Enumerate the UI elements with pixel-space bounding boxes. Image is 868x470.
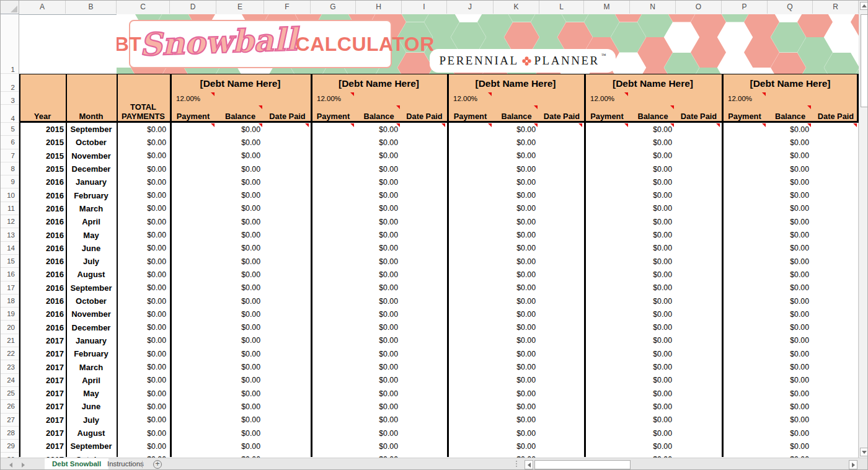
- cell-balance[interactable]: $0.00: [630, 149, 676, 162]
- sheet-nav-left-icon[interactable]: [9, 463, 12, 468]
- cell-total-payments[interactable]: $0.00: [117, 215, 170, 228]
- cell-month[interactable]: September: [66, 440, 117, 453]
- cell-balance[interactable]: $0.00: [216, 453, 264, 458]
- cell-total-payments[interactable]: $0.00: [117, 360, 170, 373]
- cell-balance[interactable]: $0.00: [630, 400, 676, 413]
- cell-balance[interactable]: $0.00: [768, 414, 813, 427]
- cell-balance[interactable]: $0.00: [768, 255, 813, 268]
- cell-total-payments[interactable]: $0.00: [117, 321, 170, 334]
- cell-total-payments[interactable]: $0.00: [117, 295, 170, 308]
- cell-balance[interactable]: $0.00: [216, 189, 264, 202]
- cell-balance[interactable]: $0.00: [494, 255, 539, 268]
- cell-balance[interactable]: $0.00: [216, 427, 264, 440]
- scroll-up-button[interactable]: [860, 2, 868, 10]
- cell-balance[interactable]: $0.00: [216, 162, 264, 175]
- column-header-A[interactable]: A: [19, 1, 66, 14]
- cell-total-payments[interactable]: $0.00: [117, 149, 170, 162]
- cell-balance[interactable]: $0.00: [216, 123, 264, 136]
- cell-month[interactable]: July: [66, 255, 117, 268]
- row-header-10[interactable]: 10: [1, 189, 19, 202]
- column-header-D[interactable]: D: [170, 1, 216, 14]
- cell-balance[interactable]: $0.00: [768, 136, 813, 149]
- column-header-J[interactable]: J: [447, 1, 494, 14]
- cell-balance[interactable]: $0.00: [356, 228, 402, 241]
- cell-balance[interactable]: $0.00: [768, 453, 813, 458]
- row-header-25[interactable]: 25: [1, 387, 19, 400]
- cell-balance[interactable]: $0.00: [630, 414, 676, 427]
- cell-balance[interactable]: $0.00: [768, 347, 813, 360]
- cell-month[interactable]: April: [66, 374, 117, 387]
- cell-balance[interactable]: $0.00: [630, 162, 676, 175]
- cell-balance[interactable]: $0.00: [216, 295, 264, 308]
- cell-balance[interactable]: $0.00: [216, 440, 264, 453]
- cell-total-payments[interactable]: $0.00: [117, 123, 170, 136]
- cell-year[interactable]: 2016: [19, 255, 66, 268]
- cell-balance[interactable]: $0.00: [494, 374, 539, 387]
- row-header-16[interactable]: 16: [1, 268, 19, 281]
- row-header-20[interactable]: 20: [1, 321, 19, 334]
- debt-name-header[interactable]: [Debt Name Here]: [447, 74, 584, 92]
- cell-balance[interactable]: $0.00: [768, 123, 813, 136]
- cell-balance[interactable]: $0.00: [494, 268, 539, 281]
- cell-year[interactable]: 2017: [19, 360, 66, 373]
- interest-rate-cell[interactable]: 12.00%: [170, 92, 216, 105]
- cell-balance[interactable]: $0.00: [356, 215, 402, 228]
- cell-total-payments[interactable]: $0.00: [117, 189, 170, 202]
- row-header-3[interactable]: 3: [1, 92, 19, 105]
- cell-year[interactable]: 2017: [19, 440, 66, 453]
- row-header-27[interactable]: 27: [1, 414, 19, 427]
- cell-balance[interactable]: $0.00: [630, 374, 676, 387]
- cell-year[interactable]: 2017: [19, 400, 66, 413]
- cell-month[interactable]: July: [66, 414, 117, 427]
- cell-balance[interactable]: $0.00: [494, 149, 539, 162]
- cell-balance[interactable]: $0.00: [494, 242, 539, 255]
- cell-total-payments[interactable]: $0.00: [117, 400, 170, 413]
- cell-month[interactable]: December: [66, 321, 117, 334]
- column-header-G[interactable]: G: [311, 1, 356, 14]
- cell-balance[interactable]: $0.00: [356, 321, 402, 334]
- cell-balance[interactable]: $0.00: [630, 387, 676, 400]
- cell-month[interactable]: November: [66, 308, 117, 321]
- cell-total-payments[interactable]: $0.00: [117, 308, 170, 321]
- debt-name-header[interactable]: [Debt Name Here]: [170, 74, 311, 92]
- column-header-Q[interactable]: Q: [768, 1, 813, 14]
- cell-month[interactable]: May: [66, 228, 117, 241]
- column-header-F[interactable]: F: [264, 1, 311, 14]
- debt-name-header[interactable]: [Debt Name Here]: [311, 74, 447, 92]
- cell-total-payments[interactable]: $0.00: [117, 414, 170, 427]
- cell-total-payments[interactable]: $0.00: [117, 175, 170, 188]
- cell-balance[interactable]: $0.00: [356, 268, 402, 281]
- cell-balance[interactable]: $0.00: [630, 347, 676, 360]
- row-header-2[interactable]: 2: [1, 74, 19, 92]
- cell-balance[interactable]: $0.00: [630, 427, 676, 440]
- cell-total-payments[interactable]: $0.00: [117, 387, 170, 400]
- cell-balance[interactable]: $0.00: [768, 308, 813, 321]
- cell-year[interactable]: 2017: [19, 387, 66, 400]
- interest-rate-cell[interactable]: 12.00%: [584, 92, 630, 105]
- cell-balance[interactable]: $0.00: [494, 228, 539, 241]
- cell-balance[interactable]: $0.00: [216, 202, 264, 215]
- cell-balance[interactable]: $0.00: [768, 387, 813, 400]
- cell-balance[interactable]: $0.00: [768, 427, 813, 440]
- cell-year[interactable]: 2016: [19, 215, 66, 228]
- cell-balance[interactable]: $0.00: [216, 268, 264, 281]
- cell-balance[interactable]: $0.00: [356, 189, 402, 202]
- cell-month[interactable]: May: [66, 387, 117, 400]
- cell-balance[interactable]: $0.00: [768, 321, 813, 334]
- cell-balance[interactable]: $0.00: [768, 440, 813, 453]
- cell-balance[interactable]: $0.00: [768, 202, 813, 215]
- cell-balance[interactable]: $0.00: [494, 321, 539, 334]
- debt-name-header[interactable]: [Debt Name Here]: [584, 74, 722, 92]
- cell-year[interactable]: 2016: [19, 242, 66, 255]
- cell-balance[interactable]: $0.00: [216, 215, 264, 228]
- cell-total-payments[interactable]: $0.00: [117, 282, 170, 295]
- cell-balance[interactable]: $0.00: [216, 255, 264, 268]
- cell-balance[interactable]: $0.00: [630, 175, 676, 188]
- row-header-30[interactable]: 30: [1, 453, 19, 458]
- sheet-tab-instructions[interactable]: Instructions: [100, 458, 151, 470]
- scrollbar-resize-handle[interactable]: [516, 461, 517, 467]
- debt-name-header[interactable]: [Debt Name Here]: [722, 74, 859, 92]
- scroll-left-button[interactable]: [525, 460, 533, 469]
- cell-balance[interactable]: $0.00: [494, 414, 539, 427]
- cell-year[interactable]: 2017: [19, 453, 66, 458]
